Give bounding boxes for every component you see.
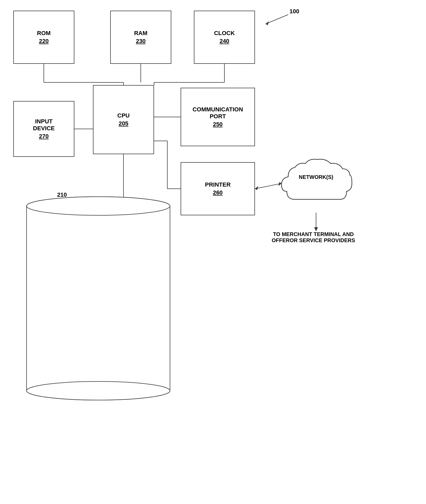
svg-marker-20 bbox=[314, 227, 318, 231]
cpu-box: CPU 205 bbox=[93, 85, 154, 154]
db-row-5: BILLING CYCLEPROGRAM 700 bbox=[28, 359, 169, 385]
db-row-2-label: OFFEROR SERVICE PROVIDERRULES DATABASE bbox=[60, 260, 136, 271]
network-dest-label: TO MERCHANT TERMINAL AND OFFEROR SERVICE… bbox=[271, 231, 356, 243]
db-row-3-ref: 500 bbox=[79, 306, 117, 312]
label-100: 100 bbox=[289, 8, 299, 15]
input-device-ref: 270 bbox=[39, 133, 49, 140]
svg-point-21 bbox=[27, 197, 170, 215]
db-row-4-ref: 600 bbox=[60, 341, 136, 346]
label-210: 210 bbox=[57, 191, 67, 198]
db-row-4: OFFEROR SERVICE PROVIDERCUSTOMER DATABAS… bbox=[28, 324, 169, 351]
db-row-1: BILLING STATEMENT ISSUERCUSTOMER DATABAS… bbox=[28, 221, 169, 247]
comm-port-label: COMMUNICATION PORT bbox=[193, 106, 243, 120]
db-row-5-label: BILLING CYCLEPROGRAM bbox=[79, 363, 118, 375]
rom-ref: 220 bbox=[39, 38, 49, 45]
network-cloud: NETWORK(S) bbox=[279, 154, 353, 213]
svg-marker-17 bbox=[255, 186, 258, 190]
ram-label: RAM bbox=[134, 30, 147, 37]
cpu-ref: 205 bbox=[119, 120, 129, 127]
svg-line-0 bbox=[266, 15, 288, 24]
cpu-label: CPU bbox=[117, 112, 130, 119]
printer-box: PRINTER 260 bbox=[181, 162, 255, 215]
svg-point-26 bbox=[27, 197, 170, 215]
rom-box: ROM 220 bbox=[13, 11, 74, 64]
clock-box: CLOCK 240 bbox=[194, 11, 255, 64]
printer-label: PRINTER bbox=[205, 181, 231, 188]
input-device-box: INPUT DEVICE 270 bbox=[13, 101, 74, 157]
comm-port-ref: 250 bbox=[213, 121, 223, 128]
diagram: 100 ROM 220 RAM 230 CLOCK 240 INPUT DEVI… bbox=[0, 0, 426, 504]
ram-ref: 230 bbox=[136, 38, 146, 45]
input-device-label: INPUT DEVICE bbox=[33, 118, 55, 132]
svg-line-16 bbox=[255, 183, 282, 189]
db-row-1-label: BILLING STATEMENT ISSUERCUSTOMER DATABAS… bbox=[62, 225, 134, 237]
db-row-2: OFFEROR SERVICE PROVIDERRULES DATABASE 4… bbox=[28, 255, 169, 282]
clock-ref: 240 bbox=[220, 38, 229, 45]
db-row-3: OFFER STATUSDATABASE 500 bbox=[28, 290, 169, 316]
network-dest-text: TO MERCHANT TERMINAL AND OFFEROR SERVICE… bbox=[272, 231, 355, 243]
svg-marker-1 bbox=[266, 21, 269, 25]
ram-box: RAM 230 bbox=[110, 11, 171, 64]
clock-label: CLOCK bbox=[214, 30, 235, 37]
printer-ref: 260 bbox=[213, 189, 223, 196]
db-row-1-ref: 300 bbox=[62, 237, 134, 243]
db-row-4-label: OFFEROR SERVICE PROVIDERCUSTOMER DATABAS… bbox=[60, 329, 136, 341]
connectors-svg bbox=[0, 0, 426, 504]
comm-port-box: COMMUNICATION PORT 250 bbox=[181, 88, 255, 146]
rom-label: ROM bbox=[37, 30, 50, 37]
db-row-3-label: OFFER STATUSDATABASE bbox=[79, 294, 117, 306]
network-label: NETWORK(S) bbox=[299, 174, 333, 180]
db-row-5-ref: 700 bbox=[79, 375, 118, 381]
db-row-2-ref: 400 bbox=[60, 271, 136, 277]
